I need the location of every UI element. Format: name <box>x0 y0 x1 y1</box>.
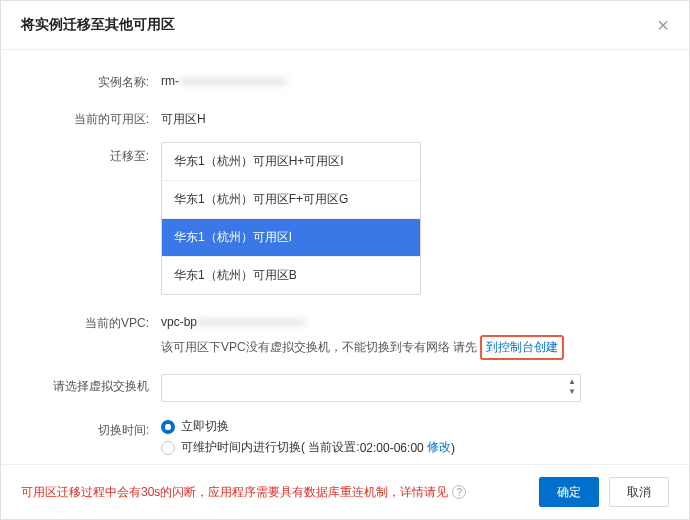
vswitch-content: ▲▼ <box>161 374 659 402</box>
label-current-zone: 当前的可用区: <box>31 107 161 128</box>
maint-setting-suffix: ) <box>451 441 455 455</box>
cancel-button[interactable]: 取消 <box>609 477 669 507</box>
migrate-zone-dialog: 将实例迁移至其他可用区 × 实例名称: rm-xxxxxxxxxxxxxxxxx… <box>0 0 690 520</box>
dialog-title: 将实例迁移至其他可用区 <box>21 16 175 34</box>
label-vswitch: 请选择虚拟交换机 <box>31 374 161 395</box>
value-current-zone: 可用区H <box>161 107 659 128</box>
footer-warning: 可用区迁移过程中会有30s的闪断，应用程序需要具有数据库重连机制，详情请见 ? <box>21 484 466 501</box>
radio-row-now[interactable]: 立即切换 <box>161 418 659 435</box>
migrate-option[interactable]: 华东1（杭州）可用区H+可用区I <box>162 143 420 181</box>
radio-now-label: 立即切换 <box>181 418 229 435</box>
row-migrate-to: 迁移至: 华东1（杭州）可用区H+可用区I华东1（杭州）可用区F+可用区G华东1… <box>31 144 659 295</box>
vpc-prefix: vpc-bp <box>161 315 197 329</box>
switch-time-content: 立即切换 可维护时间内进行切换 ( 当前设置: 02:00-06:00 修改 ) <box>161 418 659 460</box>
radio-row-maintenance[interactable]: 可维护时间内进行切换 ( 当前设置: 02:00-06:00 修改 ) <box>161 439 659 456</box>
migrate-option[interactable]: 华东1（杭州）可用区F+可用区G <box>162 181 420 219</box>
dialog-footer: 可用区迁移过程中会有30s的闪断，应用程序需要具有数据库重连机制，详情请见 ? … <box>1 464 689 519</box>
vpc-hint: 该可用区下VPC没有虚拟交换机，不能切换到专有网络 请先 到控制台创建 <box>161 335 659 360</box>
radio-maint-icon <box>161 441 175 455</box>
value-current-vpc: vpc-bpxxxxxxxxxxxxxxxxxx 该可用区下VPC没有虚拟交换机… <box>161 311 659 360</box>
label-switch-time: 切换时间: <box>31 418 161 439</box>
select-stepper-icon: ▲▼ <box>568 377 576 397</box>
maint-setting-prefix: ( 当前设置: <box>301 439 360 456</box>
value-instance-name: rm-xxxxxxxxxxxxxxxxxx <box>161 70 659 88</box>
footer-buttons: 确定 取消 <box>539 477 669 507</box>
row-current-zone: 当前的可用区: 可用区H <box>31 107 659 128</box>
help-icon[interactable]: ? <box>452 485 466 499</box>
link-create-vswitch-console[interactable]: 到控制台创建 <box>480 335 564 360</box>
close-icon[interactable]: × <box>657 15 669 35</box>
migrate-to-content: 华东1（杭州）可用区H+可用区I华东1（杭州）可用区F+可用区G华东1（杭州）可… <box>161 144 659 295</box>
migrate-to-listbox[interactable]: 华东1（杭州）可用区H+可用区I华东1（杭州）可用区F+可用区G华东1（杭州）可… <box>161 142 421 295</box>
vswitch-select[interactable]: ▲▼ <box>161 374 581 402</box>
radio-now-icon <box>161 420 175 434</box>
footer-warning-text: 可用区迁移过程中会有30s的闪断，应用程序需要具有数据库重连机制，详情请见 <box>21 484 448 501</box>
maint-setting-value: 02:00-06:00 <box>360 441 424 455</box>
label-instance-name: 实例名称: <box>31 70 161 91</box>
instance-masked: xxxxxxxxxxxxxxxxxx <box>179 74 287 88</box>
row-instance-name: 实例名称: rm-xxxxxxxxxxxxxxxxxx <box>31 70 659 91</box>
row-vswitch: 请选择虚拟交换机 ▲▼ <box>31 374 659 402</box>
label-migrate-to: 迁移至: <box>31 144 161 165</box>
migrate-option[interactable]: 华东1（杭州）可用区I <box>162 219 420 257</box>
migrate-option[interactable]: 华东1（杭州）可用区B <box>162 257 420 294</box>
instance-prefix: rm- <box>161 74 179 88</box>
confirm-button[interactable]: 确定 <box>539 477 599 507</box>
vpc-hint-text: 该可用区下VPC没有虚拟交换机，不能切换到专有网络 请先 <box>161 340 477 354</box>
dialog-body: 实例名称: rm-xxxxxxxxxxxxxxxxxx 当前的可用区: 可用区H… <box>1 50 689 464</box>
radio-maint-label: 可维护时间内进行切换 <box>181 439 301 456</box>
link-modify-maint-window[interactable]: 修改 <box>427 439 451 456</box>
label-current-vpc: 当前的VPC: <box>31 311 161 332</box>
row-current-vpc: 当前的VPC: vpc-bpxxxxxxxxxxxxxxxxxx 该可用区下VP… <box>31 311 659 360</box>
row-switch-time: 切换时间: 立即切换 可维护时间内进行切换 ( 当前设置: 02:00-06:0… <box>31 418 659 460</box>
dialog-header: 将实例迁移至其他可用区 × <box>1 1 689 50</box>
vpc-masked: xxxxxxxxxxxxxxxxxx <box>197 315 305 329</box>
